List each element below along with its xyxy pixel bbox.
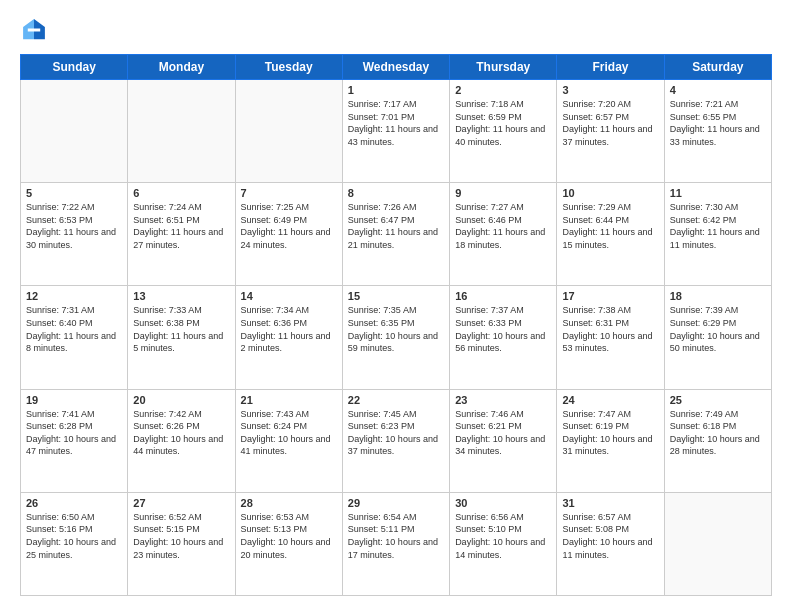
day-info: Sunrise: 7:33 AMSunset: 6:38 PMDaylight:… <box>133 304 229 354</box>
calendar-cell: 12Sunrise: 7:31 AMSunset: 6:40 PMDayligh… <box>21 286 128 389</box>
calendar-cell: 8Sunrise: 7:26 AMSunset: 6:47 PMDaylight… <box>342 183 449 286</box>
day-number: 12 <box>26 290 122 302</box>
day-number: 27 <box>133 497 229 509</box>
calendar-cell: 20Sunrise: 7:42 AMSunset: 6:26 PMDayligh… <box>128 389 235 492</box>
day-info: Sunrise: 7:34 AMSunset: 6:36 PMDaylight:… <box>241 304 337 354</box>
page: SundayMondayTuesdayWednesdayThursdayFrid… <box>0 0 792 612</box>
day-info: Sunrise: 7:35 AMSunset: 6:35 PMDaylight:… <box>348 304 444 354</box>
day-info: Sunrise: 6:54 AMSunset: 5:11 PMDaylight:… <box>348 511 444 561</box>
day-number: 24 <box>562 394 658 406</box>
calendar-cell: 22Sunrise: 7:45 AMSunset: 6:23 PMDayligh… <box>342 389 449 492</box>
day-number: 15 <box>348 290 444 302</box>
day-number: 18 <box>670 290 766 302</box>
day-number: 25 <box>670 394 766 406</box>
calendar-header-wednesday: Wednesday <box>342 55 449 80</box>
calendar-cell: 13Sunrise: 7:33 AMSunset: 6:38 PMDayligh… <box>128 286 235 389</box>
calendar-cell: 18Sunrise: 7:39 AMSunset: 6:29 PMDayligh… <box>664 286 771 389</box>
calendar-cell: 31Sunrise: 6:57 AMSunset: 5:08 PMDayligh… <box>557 492 664 595</box>
day-info: Sunrise: 7:24 AMSunset: 6:51 PMDaylight:… <box>133 201 229 251</box>
calendar-cell: 6Sunrise: 7:24 AMSunset: 6:51 PMDaylight… <box>128 183 235 286</box>
calendar-header-thursday: Thursday <box>450 55 557 80</box>
day-number: 31 <box>562 497 658 509</box>
day-number: 10 <box>562 187 658 199</box>
calendar-cell: 2Sunrise: 7:18 AMSunset: 6:59 PMDaylight… <box>450 80 557 183</box>
calendar-cell: 25Sunrise: 7:49 AMSunset: 6:18 PMDayligh… <box>664 389 771 492</box>
calendar-cell: 15Sunrise: 7:35 AMSunset: 6:35 PMDayligh… <box>342 286 449 389</box>
calendar-table: SundayMondayTuesdayWednesdayThursdayFrid… <box>20 54 772 596</box>
day-number: 7 <box>241 187 337 199</box>
day-info: Sunrise: 7:22 AMSunset: 6:53 PMDaylight:… <box>26 201 122 251</box>
day-number: 30 <box>455 497 551 509</box>
day-info: Sunrise: 7:26 AMSunset: 6:47 PMDaylight:… <box>348 201 444 251</box>
day-info: Sunrise: 7:46 AMSunset: 6:21 PMDaylight:… <box>455 408 551 458</box>
calendar-header-monday: Monday <box>128 55 235 80</box>
day-number: 19 <box>26 394 122 406</box>
calendar-cell: 19Sunrise: 7:41 AMSunset: 6:28 PMDayligh… <box>21 389 128 492</box>
calendar-header-sunday: Sunday <box>21 55 128 80</box>
day-number: 4 <box>670 84 766 96</box>
day-info: Sunrise: 7:49 AMSunset: 6:18 PMDaylight:… <box>670 408 766 458</box>
day-info: Sunrise: 6:57 AMSunset: 5:08 PMDaylight:… <box>562 511 658 561</box>
calendar-cell: 27Sunrise: 6:52 AMSunset: 5:15 PMDayligh… <box>128 492 235 595</box>
day-number: 14 <box>241 290 337 302</box>
calendar-cell: 24Sunrise: 7:47 AMSunset: 6:19 PMDayligh… <box>557 389 664 492</box>
day-number: 13 <box>133 290 229 302</box>
day-number: 3 <box>562 84 658 96</box>
logo-icon <box>20 16 48 44</box>
day-number: 8 <box>348 187 444 199</box>
day-info: Sunrise: 7:37 AMSunset: 6:33 PMDaylight:… <box>455 304 551 354</box>
calendar-cell: 26Sunrise: 6:50 AMSunset: 5:16 PMDayligh… <box>21 492 128 595</box>
calendar-cell: 16Sunrise: 7:37 AMSunset: 6:33 PMDayligh… <box>450 286 557 389</box>
calendar-cell: 10Sunrise: 7:29 AMSunset: 6:44 PMDayligh… <box>557 183 664 286</box>
svg-marker-1 <box>23 19 34 39</box>
svg-marker-0 <box>34 19 45 39</box>
calendar-cell <box>235 80 342 183</box>
day-number: 16 <box>455 290 551 302</box>
day-number: 5 <box>26 187 122 199</box>
day-number: 29 <box>348 497 444 509</box>
day-info: Sunrise: 7:25 AMSunset: 6:49 PMDaylight:… <box>241 201 337 251</box>
day-info: Sunrise: 7:43 AMSunset: 6:24 PMDaylight:… <box>241 408 337 458</box>
day-info: Sunrise: 6:52 AMSunset: 5:15 PMDaylight:… <box>133 511 229 561</box>
day-info: Sunrise: 7:30 AMSunset: 6:42 PMDaylight:… <box>670 201 766 251</box>
calendar-cell: 21Sunrise: 7:43 AMSunset: 6:24 PMDayligh… <box>235 389 342 492</box>
calendar-cell: 7Sunrise: 7:25 AMSunset: 6:49 PMDaylight… <box>235 183 342 286</box>
calendar-cell: 17Sunrise: 7:38 AMSunset: 6:31 PMDayligh… <box>557 286 664 389</box>
calendar-cell: 4Sunrise: 7:21 AMSunset: 6:55 PMDaylight… <box>664 80 771 183</box>
calendar-cell: 28Sunrise: 6:53 AMSunset: 5:13 PMDayligh… <box>235 492 342 595</box>
calendar-week-1: 1Sunrise: 7:17 AMSunset: 7:01 PMDaylight… <box>21 80 772 183</box>
calendar-cell: 30Sunrise: 6:56 AMSunset: 5:10 PMDayligh… <box>450 492 557 595</box>
calendar-header-tuesday: Tuesday <box>235 55 342 80</box>
calendar-cell: 29Sunrise: 6:54 AMSunset: 5:11 PMDayligh… <box>342 492 449 595</box>
day-number: 9 <box>455 187 551 199</box>
day-info: Sunrise: 7:39 AMSunset: 6:29 PMDaylight:… <box>670 304 766 354</box>
day-info: Sunrise: 7:38 AMSunset: 6:31 PMDaylight:… <box>562 304 658 354</box>
day-number: 17 <box>562 290 658 302</box>
day-info: Sunrise: 7:17 AMSunset: 7:01 PMDaylight:… <box>348 98 444 148</box>
calendar-cell: 1Sunrise: 7:17 AMSunset: 7:01 PMDaylight… <box>342 80 449 183</box>
calendar-header-friday: Friday <box>557 55 664 80</box>
day-info: Sunrise: 7:47 AMSunset: 6:19 PMDaylight:… <box>562 408 658 458</box>
calendar-cell: 23Sunrise: 7:46 AMSunset: 6:21 PMDayligh… <box>450 389 557 492</box>
header <box>20 16 772 44</box>
calendar-cell <box>21 80 128 183</box>
calendar-cell <box>128 80 235 183</box>
day-info: Sunrise: 7:45 AMSunset: 6:23 PMDaylight:… <box>348 408 444 458</box>
day-info: Sunrise: 7:21 AMSunset: 6:55 PMDaylight:… <box>670 98 766 148</box>
calendar-cell: 5Sunrise: 7:22 AMSunset: 6:53 PMDaylight… <box>21 183 128 286</box>
day-info: Sunrise: 7:18 AMSunset: 6:59 PMDaylight:… <box>455 98 551 148</box>
calendar-cell: 9Sunrise: 7:27 AMSunset: 6:46 PMDaylight… <box>450 183 557 286</box>
day-number: 11 <box>670 187 766 199</box>
day-info: Sunrise: 7:31 AMSunset: 6:40 PMDaylight:… <box>26 304 122 354</box>
calendar-week-5: 26Sunrise: 6:50 AMSunset: 5:16 PMDayligh… <box>21 492 772 595</box>
day-info: Sunrise: 6:50 AMSunset: 5:16 PMDaylight:… <box>26 511 122 561</box>
day-info: Sunrise: 7:29 AMSunset: 6:44 PMDaylight:… <box>562 201 658 251</box>
day-number: 22 <box>348 394 444 406</box>
calendar-cell: 14Sunrise: 7:34 AMSunset: 6:36 PMDayligh… <box>235 286 342 389</box>
day-number: 2 <box>455 84 551 96</box>
day-info: Sunrise: 7:20 AMSunset: 6:57 PMDaylight:… <box>562 98 658 148</box>
calendar-week-2: 5Sunrise: 7:22 AMSunset: 6:53 PMDaylight… <box>21 183 772 286</box>
calendar-week-4: 19Sunrise: 7:41 AMSunset: 6:28 PMDayligh… <box>21 389 772 492</box>
day-number: 20 <box>133 394 229 406</box>
day-number: 1 <box>348 84 444 96</box>
